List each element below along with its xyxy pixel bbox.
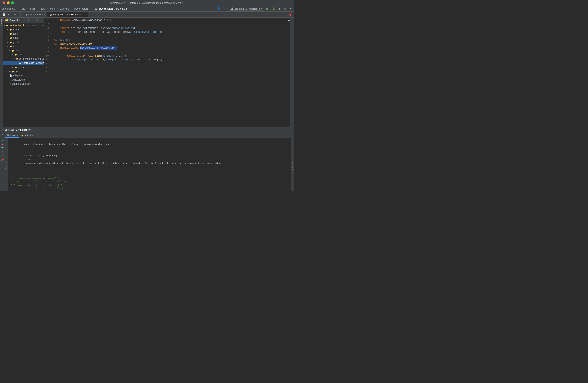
breadcrumb-project[interactable]: bootgradlej17 <box>2 7 17 10</box>
tree-item-build[interactable]: ▶ 📁 build <box>3 36 44 40</box>
ai-icon[interactable]: 🤖 <box>288 19 290 22</box>
app-run-icon: ☕ <box>231 7 233 10</box>
console-scroll-icon[interactable]: 📷 <box>1 147 4 149</box>
console-stop-icon[interactable]: ■ <box>2 143 3 145</box>
help-tab-icon: 📄 <box>3 13 5 16</box>
code-line-3: import org.springframework.boot. SpringA… <box>60 26 287 30</box>
run-config-button[interactable]: ☕ Bootgradlej17Application ▾ <box>229 7 264 11</box>
code-line-13: } <box>60 66 287 70</box>
window-controls[interactable] <box>2 1 14 4</box>
run-panel-close[interactable]: × <box>31 128 33 131</box>
tree-item-main[interactable]: ▾ 📁 main <box>3 48 44 53</box>
gutter-11: ▸ <box>52 58 59 62</box>
console-clear-icon[interactable]: ⊗ <box>1 150 3 153</box>
gutter-1 <box>52 18 59 22</box>
tree-item-idea[interactable]: ▶ 📁 .idea <box>3 32 44 36</box>
console-content[interactable]: /Users/hoaphan/.sdkman/candidates/java/1… <box>8 138 291 192</box>
tree-item-resources[interactable]: ▶ 📁 resources <box>3 65 44 69</box>
tree-item-src[interactable]: ▾ 📁 src <box>3 44 44 48</box>
run-left-scroll-icon[interactable]: ⬇ <box>1 137 3 138</box>
structure-label[interactable]: Structure <box>5 160 8 170</box>
code-lines[interactable]: package com.example.bootgradlej17 ; impo… <box>59 18 287 127</box>
tree-item-java[interactable]: ▾ 📁 java <box>3 53 44 57</box>
tree-item-gradle-props[interactable]: ▶ ⚙ gradle.properties <box>3 82 44 86</box>
tree-item-main-class[interactable]: ▶ ☕ Bootgradlej17Application <box>3 61 44 65</box>
close-help-tab[interactable]: × <box>17 13 18 16</box>
collapse-icon[interactable]: ▸ <box>55 59 56 61</box>
debug-button[interactable]: 🐛 <box>271 7 276 11</box>
minimize-button[interactable] <box>7 1 10 4</box>
breadcrumb-example[interactable]: example <box>60 7 69 10</box>
line-num-12: 12 <box>44 62 50 66</box>
breadcrumb-class[interactable]: Bootgradlej17Application <box>99 7 127 10</box>
bookmarks-label[interactable]: Bookmarks <box>291 159 294 171</box>
breadcrumb-com[interactable]: com <box>50 7 55 10</box>
git-icon[interactable]: 👤 <box>216 7 221 11</box>
bookmark-icon[interactable]: 🔖 <box>288 13 292 17</box>
run-hint-icon: ▶ <box>56 39 57 41</box>
tree-item-test[interactable]: ▶ 📁 test <box>3 69 44 73</box>
gitignore-label: .gitignore <box>13 74 23 77</box>
panel-icon-1[interactable]: ⊕ <box>27 19 29 22</box>
build-button[interactable]: ⚙ <box>283 7 288 11</box>
run-gutter-7[interactable]: ▶ <box>56 43 57 45</box>
panel-icon-2[interactable]: ☰ <box>30 19 33 22</box>
breadcrumb-java[interactable]: java <box>41 7 45 10</box>
file-tab-help[interactable]: 📄 HELP.md × <box>1 12 21 17</box>
code-line-5 <box>60 34 287 38</box>
tab-actuator[interactable]: ⚡ Actuator <box>19 132 35 138</box>
code-line-9 <box>60 50 287 54</box>
panel-icon-3[interactable]: ≡ <box>34 19 35 22</box>
line-num-5: 5 <box>44 34 50 38</box>
console-wrap-icon[interactable]: ⚙ <box>1 154 3 157</box>
close-button[interactable] <box>2 1 5 4</box>
gutter-9: ▶ <box>52 50 59 54</box>
tree-item-gradle[interactable]: ▶ 📁 gradle <box>3 40 44 44</box>
close-brace-class: } <box>60 66 62 70</box>
close-gradle-tab[interactable]: × <box>44 13 45 16</box>
panel-icon-4[interactable]: ⚙ <box>36 19 39 22</box>
main-chevron: ▾ <box>9 49 11 52</box>
close-main-tab[interactable]: × <box>84 13 85 16</box>
breadcrumb-src[interactable]: src <box>22 7 25 10</box>
annotation: @SpringBootApplication <box>60 42 93 46</box>
file-tab-gradle-props[interactable]: ⚙ gradle.properties × <box>21 12 47 17</box>
tree-item-root[interactable]: ▾ 📁 bootgradlej17 ~/dev/code/atlassian-c… <box>3 23 44 27</box>
resources-label: resources <box>18 66 29 69</box>
resources-icon: 📁 <box>14 66 17 68</box>
file-tab-main-class[interactable]: ☕ Bootgradlej17Application.java × <box>47 12 88 17</box>
gradle-chevron: ▶ <box>7 41 9 43</box>
back-icon[interactable]: ← <box>223 7 227 11</box>
gradle-tab-icon: ⚙ <box>23 13 25 16</box>
java-chevron: ▾ <box>12 54 14 56</box>
breadcrumb-main[interactable]: main <box>30 7 36 10</box>
project-chevron[interactable]: ▾ <box>19 19 20 21</box>
test-label: test <box>15 70 19 73</box>
run-gutter-9[interactable]: ▶ <box>55 51 56 53</box>
root-folder-icon: 📁 <box>6 24 8 27</box>
tree-item-gitignore[interactable]: ▶ 📄 .gitignore <box>3 73 44 78</box>
tree-item-gradle-dir[interactable]: ▶ 📁 .gradle <box>3 27 44 32</box>
tree-item-build-gradle[interactable]: ▶ ⚙ build.gradle <box>3 78 44 82</box>
java-tab-icon: ☕ <box>49 13 52 16</box>
tree-item-package[interactable]: ▾ 📦 com.example.bootgradlej17 <box>3 57 44 61</box>
run-coverage-button[interactable]: ▶ <box>278 7 282 11</box>
keyword-class: class <box>71 46 80 50</box>
line-num-10: 10 <box>44 54 50 58</box>
panel-icon-5[interactable]: — <box>40 19 42 22</box>
project-tab[interactable]: Project <box>0 18 3 26</box>
breadcrumb-package[interactable]: bootgradlej17 <box>74 7 90 10</box>
app-toolbar: bootgradlej17 › src › main › java › com … <box>0 6 294 12</box>
ascii-art-line3: ( ( )\___ | '_ | '_| | '_ \/ _` | \ \ \ … <box>10 180 289 183</box>
run-left-icons: ▶ ⬇ <box>0 132 5 138</box>
maximize-button[interactable] <box>11 1 14 4</box>
console-run-icon[interactable]: ▶ <box>2 139 3 141</box>
console-pin-icon[interactable]: 📌 <box>1 158 4 161</box>
line-numbers: 1 2 3 4 5 6 7 8 9 10 11 12 13 14 <box>44 18 52 127</box>
gradle-label: gradle <box>13 41 19 43</box>
toolbar-right: 👤 ← ☕ Bootgradlej17Application ▾ ▶ 🐛 ▶ ⚙… <box>216 6 292 11</box>
tab-console[interactable]: ▤ Console <box>5 132 19 138</box>
run-button[interactable]: ▶ <box>265 6 270 11</box>
more-run-options[interactable]: ▾ <box>289 7 292 11</box>
run-left-run-icon[interactable]: ▶ <box>2 133 3 136</box>
